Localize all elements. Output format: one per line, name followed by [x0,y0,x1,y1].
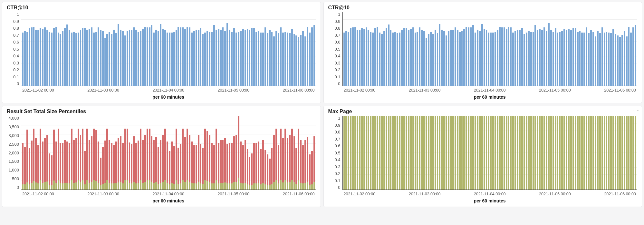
bar[interactable] [222,27,224,86]
bar[interactable] [624,116,625,190]
bar[interactable] [374,116,376,190]
bar[interactable] [534,116,536,190]
bar[interactable] [164,30,166,86]
bar[interactable] [226,116,228,190]
bar[interactable] [235,116,237,190]
bar[interactable] [233,116,235,190]
bar[interactable] [284,32,286,86]
bar[interactable] [546,31,547,86]
bar[interactable] [628,116,630,190]
bar[interactable] [209,32,210,86]
bar[interactable] [366,27,367,86]
bar[interactable] [470,116,472,190]
bar[interactable] [541,116,543,190]
bar[interactable] [428,34,429,86]
bar[interactable] [426,38,427,86]
bar[interactable] [104,116,106,190]
bar[interactable] [488,116,489,190]
bar[interactable] [423,116,425,190]
bar[interactable] [187,116,188,190]
bar[interactable] [628,27,630,86]
bar[interactable] [153,33,155,86]
bar[interactable] [258,116,259,190]
bar[interactable] [526,116,527,190]
bar[interactable] [229,116,230,190]
bar[interactable] [153,116,155,190]
bar[interactable] [408,30,409,86]
bar[interactable] [142,29,144,86]
bar[interactable] [521,28,523,86]
bar[interactable] [533,32,534,86]
bar[interactable] [58,33,59,86]
bar[interactable] [26,116,28,190]
bar[interactable] [543,116,545,190]
bar[interactable] [182,116,184,190]
bar[interactable] [610,33,612,86]
bar[interactable] [162,116,164,190]
bar[interactable] [307,27,308,86]
bar[interactable] [539,116,541,190]
bar[interactable] [383,31,385,86]
bar[interactable] [486,30,487,86]
bar[interactable] [348,116,349,190]
bar[interactable] [26,32,28,86]
bar[interactable] [432,116,434,190]
bar[interactable] [370,116,371,190]
bar[interactable] [35,116,37,190]
bar[interactable] [579,116,581,190]
bar[interactable] [361,116,363,190]
bar[interactable] [403,116,405,190]
bar[interactable] [568,29,570,86]
bar[interactable] [417,32,418,86]
bar[interactable] [207,31,208,86]
bar[interactable] [62,116,63,190]
bar[interactable] [53,116,55,190]
bar[interactable] [222,116,224,190]
bar[interactable] [280,27,282,86]
bar[interactable] [550,116,552,190]
bar[interactable] [617,116,619,190]
bar[interactable] [632,116,634,190]
bar[interactable] [106,116,108,190]
bar[interactable] [311,27,313,86]
bar[interactable] [526,33,527,86]
bar[interactable] [184,116,186,190]
bar[interactable] [477,116,478,190]
bar[interactable] [372,33,374,86]
bar[interactable] [519,116,521,190]
bar[interactable] [69,116,70,190]
bar[interactable] [374,28,376,86]
bar[interactable] [49,116,50,190]
bar[interactable] [51,116,53,190]
bar[interactable] [196,116,197,190]
bar[interactable] [251,28,253,86]
bar[interactable] [446,35,447,86]
bar[interactable] [122,116,124,190]
bar[interactable] [617,35,619,86]
bar[interactable] [155,116,157,190]
bar[interactable] [191,116,193,190]
bar[interactable] [555,28,556,86]
bar[interactable] [73,116,75,190]
bar[interactable] [178,27,179,86]
bar[interactable] [24,116,26,190]
bar[interactable] [313,116,315,190]
panel-menu-icon[interactable]: ▫▫▫ [633,108,639,113]
bar[interactable] [475,116,476,190]
bar[interactable] [497,116,498,190]
bar[interactable] [548,116,550,190]
bar[interactable] [46,30,48,86]
bar[interactable] [196,30,197,86]
bar[interactable] [158,116,159,190]
bar[interactable] [361,28,363,86]
bar[interactable] [528,31,530,86]
bar[interactable] [386,116,387,190]
bar[interactable] [102,31,104,86]
bar[interactable] [441,30,443,86]
bar[interactable] [392,116,394,190]
bar[interactable] [601,116,603,190]
bar[interactable] [452,30,454,86]
bar[interactable] [293,34,295,86]
bar[interactable] [477,30,478,86]
bar[interactable] [73,32,75,86]
